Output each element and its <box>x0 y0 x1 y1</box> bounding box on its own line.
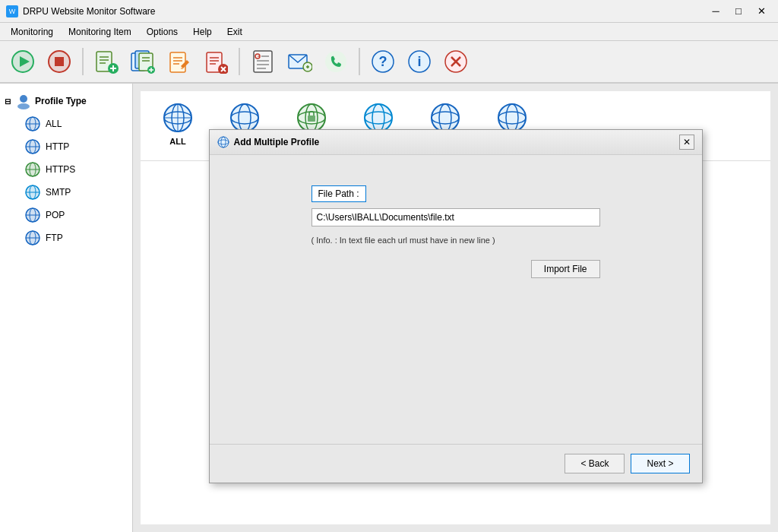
help-button[interactable]: ? <box>366 45 400 78</box>
http-icon <box>24 138 41 155</box>
svg-text:?: ? <box>379 54 387 69</box>
svg-point-106 <box>218 137 229 147</box>
sidebar-item-pop[interactable]: POP <box>3 204 129 226</box>
pop-icon <box>24 207 41 223</box>
dialog-body: File Path : ( Info. : In text file each … <box>210 155 702 444</box>
https-icon <box>24 161 41 178</box>
sidebar: ⊟ Profile Type ALL <box>0 84 133 532</box>
title-bar: W DRPU Website Monitor Software ─ □ ✕ <box>0 0 778 23</box>
profile-type-icon <box>15 93 32 109</box>
back-button[interactable]: < Back <box>565 454 625 473</box>
log-button[interactable] <box>246 45 280 78</box>
add-profile-button[interactable] <box>90 45 123 78</box>
ftp-label: FTP <box>46 233 63 243</box>
ftp-icon <box>24 230 41 246</box>
title-bar-controls: ─ □ ✕ <box>705 3 772 20</box>
svg-point-54 <box>17 103 30 109</box>
pop-label: POP <box>46 210 65 220</box>
title-bar-left: W DRPU Website Monitor Software <box>6 5 156 17</box>
import-file-button[interactable]: Import File <box>531 260 600 278</box>
svg-rect-5 <box>55 57 64 66</box>
menu-monitoring-item[interactable]: Monitoring Item <box>61 25 139 39</box>
http-label: HTTP <box>46 141 69 152</box>
play-button[interactable] <box>6 45 40 78</box>
app-title: DRPU Website Monitor Software <box>23 6 156 17</box>
tree-root: ⊟ Profile Type <box>3 90 129 112</box>
minimize-button[interactable]: ─ <box>705 3 726 20</box>
sidebar-tree: ⊟ Profile Type ALL <box>0 84 132 255</box>
app-icon: W <box>6 5 18 17</box>
edit-button[interactable] <box>163 45 196 78</box>
file-path-label: File Path : <box>312 185 366 202</box>
file-path-section: File Path : ( Info. : In text file each … <box>312 185 600 278</box>
sidebar-item-https[interactable]: HTTPS <box>3 158 129 181</box>
email-settings-button[interactable] <box>283 45 316 78</box>
dialog-title-text: Add Multiple Profile <box>234 137 320 147</box>
menu-options[interactable]: Options <box>139 25 185 39</box>
window-close-button[interactable]: ✕ <box>751 3 772 20</box>
dialog-titlebar: Add Multiple Profile ✕ <box>210 130 702 155</box>
info-text: ( Info. : In text file each url must hav… <box>312 236 495 245</box>
https-label: HTTPS <box>46 164 75 175</box>
expand-icon[interactable]: ⊟ <box>5 97 11 106</box>
right-panel: ALL HTTP <box>133 84 778 532</box>
toolbar-sep-1 <box>82 48 84 75</box>
toolbar-sep-2 <box>239 48 240 75</box>
add-multiple-button[interactable] <box>126 45 160 78</box>
svg-point-45 <box>325 51 346 72</box>
phone-button[interactable] <box>319 45 353 78</box>
dialog-title-icon <box>217 136 229 148</box>
all-icon <box>24 116 41 132</box>
dialog-title: Add Multiple Profile <box>217 136 320 148</box>
svg-rect-21 <box>170 52 185 72</box>
next-button[interactable]: Next > <box>631 454 689 473</box>
file-path-input[interactable] <box>312 208 600 226</box>
sidebar-item-http[interactable]: HTTP <box>3 135 129 158</box>
menu-exit[interactable]: Exit <box>220 25 250 39</box>
smtp-label: SMTP <box>46 187 71 198</box>
svg-point-53 <box>20 95 27 103</box>
dialog-footer: < Back Next > <box>210 444 702 483</box>
toolbar: ? i <box>0 41 778 84</box>
toolbar-sep-3 <box>359 48 360 75</box>
dialog-overlay: Add Multiple Profile ✕ File Path : ( Inf… <box>133 84 778 532</box>
panel-content: ALL HTTP <box>141 91 770 524</box>
sidebar-item-smtp[interactable]: SMTP <box>3 181 129 204</box>
menu-bar: Monitoring Monitoring Item Options Help … <box>0 23 778 41</box>
delete-button[interactable] <box>199 45 232 78</box>
profile-type-label: Profile Type <box>35 96 87 106</box>
sidebar-item-ftp[interactable]: FTP <box>3 226 129 249</box>
svg-text:i: i <box>417 54 421 69</box>
close-app-button[interactable] <box>439 45 473 78</box>
all-label: ALL <box>46 119 62 129</box>
dialog-close-button[interactable]: ✕ <box>679 135 694 150</box>
stop-button[interactable] <box>43 45 76 78</box>
sidebar-item-all[interactable]: ALL <box>3 112 129 135</box>
main-content: ⊟ Profile Type ALL <box>0 84 778 532</box>
add-multiple-profile-dialog: Add Multiple Profile ✕ File Path : ( Inf… <box>209 129 703 483</box>
smtp-icon <box>24 184 41 201</box>
info-button[interactable]: i <box>403 45 436 78</box>
menu-monitoring[interactable]: Monitoring <box>3 25 61 39</box>
menu-help[interactable]: Help <box>185 25 220 39</box>
maximize-button[interactable]: □ <box>728 3 749 20</box>
